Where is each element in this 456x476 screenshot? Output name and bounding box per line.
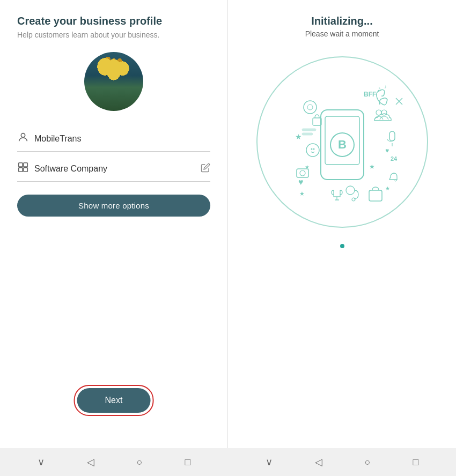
nav-home-right[interactable]: ○ xyxy=(365,457,371,468)
category-value: Software Company xyxy=(34,164,201,174)
left-nav-bar: ∨ ◁ ○ □ xyxy=(0,448,228,476)
avatar-container[interactable] xyxy=(17,52,210,111)
page-title: Create your business profile xyxy=(17,15,210,27)
svg-text:♪: ♪ xyxy=(377,84,381,93)
svg-point-37 xyxy=(381,110,387,115)
svg-text:♥: ♥ xyxy=(298,177,304,187)
left-panel: Create your business profile Help custom… xyxy=(0,0,228,448)
svg-rect-22 xyxy=(297,169,308,177)
right-nav-bar: ∨ ◁ ○ □ xyxy=(228,448,456,476)
svg-text:B: B xyxy=(338,138,347,151)
category-icon xyxy=(17,161,34,176)
svg-text:24: 24 xyxy=(391,155,398,162)
svg-point-19 xyxy=(307,105,313,110)
svg-point-0 xyxy=(21,133,25,137)
nav-chevron-left[interactable]: ∨ xyxy=(38,456,45,468)
category-field-row: Software Company xyxy=(17,156,210,182)
svg-text:★: ★ xyxy=(295,132,302,141)
svg-point-17 xyxy=(313,148,314,150)
show-more-button[interactable]: Show more options xyxy=(17,195,210,217)
svg-point-18 xyxy=(304,101,317,114)
nav-chevron-right[interactable]: ∨ xyxy=(266,456,273,468)
person-icon xyxy=(17,131,34,146)
page-subtitle: Help customers learn about your business… xyxy=(17,31,210,39)
nav-home-left[interactable]: ○ xyxy=(137,457,143,468)
name-value: MobileTrans xyxy=(34,134,210,144)
svg-text:♥: ♥ xyxy=(385,147,389,154)
next-button-area: Next xyxy=(74,385,154,416)
edit-icon[interactable] xyxy=(201,163,210,175)
svg-point-33 xyxy=(352,198,355,201)
bottom-nav: ∨ ◁ ○ □ ∨ ◁ ○ □ xyxy=(0,448,456,476)
svg-rect-30 xyxy=(302,133,313,135)
svg-point-23 xyxy=(300,170,305,176)
svg-point-36 xyxy=(376,110,381,115)
svg-text:★: ★ xyxy=(299,190,305,197)
svg-rect-1 xyxy=(19,163,23,167)
svg-text:★: ★ xyxy=(385,185,390,191)
svg-rect-29 xyxy=(302,129,316,131)
svg-rect-4 xyxy=(24,168,27,172)
svg-text:★: ★ xyxy=(369,163,375,170)
svg-point-15 xyxy=(306,144,319,157)
svg-point-16 xyxy=(311,148,312,150)
svg-rect-3 xyxy=(19,168,23,172)
avatar[interactable] xyxy=(84,52,143,111)
svg-rect-31 xyxy=(369,190,382,201)
svg-point-32 xyxy=(346,186,355,195)
svg-text:BFF: BFF xyxy=(364,91,376,98)
nav-square-right[interactable]: □ xyxy=(413,457,419,468)
initializing-title: Initializing... xyxy=(311,15,372,27)
nav-square-left[interactable]: □ xyxy=(185,457,191,468)
nav-back-left[interactable]: ◁ xyxy=(87,456,94,468)
next-button-wrapper: Next xyxy=(74,385,154,416)
initializing-subtitle: Please wait a moment xyxy=(305,29,379,38)
name-field-row: MobileTrans xyxy=(17,126,210,152)
illustration-circle: B BFF ★ ★ ★ ★ ★ ♥ ♥ xyxy=(256,56,428,228)
svg-rect-2 xyxy=(24,163,27,167)
nav-back-right[interactable]: ◁ xyxy=(315,456,322,468)
right-panel: Initializing... Please wait a moment B B… xyxy=(228,0,456,448)
next-button[interactable]: Next xyxy=(77,388,151,413)
svg-rect-38 xyxy=(313,118,321,125)
loading-dot xyxy=(340,244,344,248)
svg-text:♪: ♪ xyxy=(384,84,387,90)
